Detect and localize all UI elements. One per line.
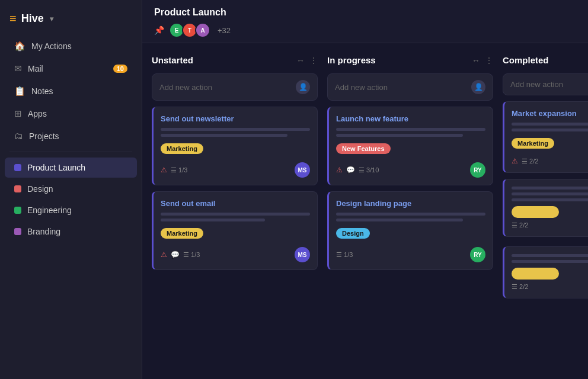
assignee-avatar: RY	[470, 247, 485, 262]
tag-marketing: Marketing	[161, 228, 203, 239]
warning-icon: ⚠	[512, 157, 518, 165]
card-line	[161, 213, 310, 216]
card-partial-2[interactable]: ☰ 2/2	[503, 246, 588, 298]
card-title: Launch new feature	[336, 114, 485, 123]
pin-icon: 📌	[154, 25, 164, 35]
card-line	[512, 123, 588, 126]
more-options-icon[interactable]: ⋮	[309, 56, 318, 65]
card-footer: ⚠ 💬 ☰ 1/3 MS	[161, 247, 310, 262]
add-action-in-progress[interactable]: Add new action 👤	[327, 73, 493, 101]
card-design-landing[interactable]: Design landing page Design ☰ 1/3 RY	[327, 191, 493, 270]
list-count: ☰ 1/3	[336, 251, 353, 259]
home-icon: 🏠	[14, 41, 25, 52]
resize-icon[interactable]: ↔	[296, 56, 305, 65]
resize-icon[interactable]: ↔	[472, 56, 480, 65]
card-partial-1[interactable]: ☰ 2/2	[503, 179, 588, 237]
app-name: Hive	[21, 12, 44, 25]
sidebar-divider	[9, 152, 132, 152]
sidebar-item-design[interactable]: Design	[5, 179, 137, 199]
card-line	[336, 134, 463, 137]
card-footer: ⚠ 💬 ☰ 3/10 RY	[336, 162, 485, 178]
add-action-unstarted[interactable]: Add new action 👤	[152, 73, 318, 101]
sidebar-item-label: Product Launch	[27, 163, 85, 172]
column-title: In progress	[327, 55, 467, 65]
card-line	[512, 260, 588, 263]
yellow-progress-bar	[512, 268, 559, 280]
sidebar-item-label: Notes	[31, 86, 53, 96]
sidebar-item-label: Design	[27, 184, 53, 194]
card-launch-feature[interactable]: Launch new feature New Features ⚠ 💬 ☰ 3/…	[327, 107, 493, 185]
app-logo[interactable]: ≡ Hive ▾	[0, 7, 142, 35]
list-count: ☰ 2/2	[512, 221, 528, 229]
projects-icon: 🗂	[14, 131, 23, 141]
avatar-more-count: +32	[218, 26, 231, 35]
card-footer: ⚠ ☰ 2/2	[512, 157, 588, 165]
header-meta: 📌 E T A +32	[154, 23, 576, 38]
tag-new-features: New Features	[336, 143, 391, 154]
sidebar-item-notes[interactable]: 📋 Notes	[5, 81, 137, 102]
card-footer: ☰ 2/2	[512, 221, 588, 229]
column-in-progress: In progress ↔ ⋮ Add new action 👤 Launch …	[327, 53, 493, 370]
assignee-avatar: RY	[470, 162, 485, 178]
sidebar-item-label: Engineering	[27, 205, 72, 215]
card-line	[512, 129, 588, 131]
chevron-down-icon: ▾	[50, 15, 53, 23]
yellow-progress-bar	[512, 206, 559, 218]
more-options-icon[interactable]: ⋮	[485, 56, 493, 65]
sidebar-item-label: Apps	[28, 109, 47, 118]
sidebar-item-product-launch[interactable]: Product Launch	[5, 158, 137, 178]
avatar: A	[195, 23, 210, 38]
card-send-email[interactable]: Send out email Marketing ⚠ 💬 ☰ 1/3 MS	[152, 191, 318, 270]
sidebar: ≡ Hive ▾ 🏠 My Actions ✉ Mail 10 📋 Notes …	[0, 0, 142, 379]
add-action-completed[interactable]: Add new action	[503, 73, 588, 95]
sidebar-item-apps[interactable]: ⊞ Apps	[5, 103, 137, 124]
project-color-dot	[14, 185, 21, 192]
card-footer: ☰ 2/2	[512, 283, 588, 291]
card-line	[161, 134, 287, 137]
column-title: Completed	[503, 55, 588, 65]
sidebar-nav: 🏠 My Actions ✉ Mail 10 📋 Notes ⊞ Apps 🗂 …	[0, 35, 142, 372]
card-footer: ⚠ ☰ 1/3 MS	[161, 162, 310, 178]
sidebar-item-engineering[interactable]: Engineering	[5, 200, 137, 220]
card-line	[161, 128, 310, 131]
warning-icon: ⚠	[336, 166, 343, 174]
mail-icon: ✉	[14, 63, 22, 74]
project-color-dot	[14, 164, 21, 171]
card-line	[336, 219, 463, 221]
avatar-group: E T A	[169, 23, 210, 38]
sidebar-item-projects[interactable]: 🗂 Projects	[5, 126, 137, 146]
sidebar-item-branding[interactable]: Branding	[5, 221, 137, 242]
sidebar-item-mail[interactable]: ✉ Mail 10	[5, 58, 137, 79]
card-title: Send out newsletter	[161, 114, 310, 123]
column-title: Unstarted	[152, 55, 292, 65]
project-color-dot	[14, 207, 21, 214]
assignee-avatar: MS	[295, 162, 310, 178]
comment-icon: 💬	[346, 166, 355, 174]
comment-icon: 💬	[171, 250, 180, 259]
warning-icon: ⚠	[161, 250, 167, 259]
hive-logo-icon: ≡	[9, 12, 17, 25]
sidebar-item-label: Branding	[27, 227, 60, 236]
card-line	[512, 198, 588, 201]
add-action-avatar-icon: 👤	[471, 80, 485, 94]
tag-marketing: Marketing	[512, 138, 554, 149]
tag-design: Design	[336, 228, 370, 239]
card-title: Market expansion	[512, 109, 588, 118]
card-line	[512, 187, 588, 190]
warning-icon: ⚠	[161, 166, 167, 174]
list-count: ☰ 2/2	[512, 283, 528, 291]
add-action-label: Add new action	[335, 83, 388, 92]
sidebar-item-my-actions[interactable]: 🏠 My Actions	[5, 36, 137, 57]
card-title: Design landing page	[336, 199, 485, 208]
card-line	[336, 128, 485, 131]
main-content: Product Launch 📌 E T A +32 Unstarted ↔ ⋮…	[142, 0, 588, 379]
apps-icon: ⊞	[14, 108, 22, 119]
notes-icon: 📋	[14, 86, 25, 97]
project-color-dot	[14, 228, 21, 235]
column-unstarted: Unstarted ↔ ⋮ Add new action 👤 Send out …	[152, 53, 318, 370]
list-count: ☰ 3/10	[359, 166, 379, 174]
card-send-newsletter[interactable]: Send out newsletter Marketing ⚠ ☰ 1/3 MS	[152, 107, 318, 185]
card-market-expansion[interactable]: Market expansion Marketing ⚠ ☰ 2/2	[503, 101, 588, 173]
column-header: Completed	[503, 53, 588, 68]
project-title: Product Launch	[154, 7, 576, 18]
